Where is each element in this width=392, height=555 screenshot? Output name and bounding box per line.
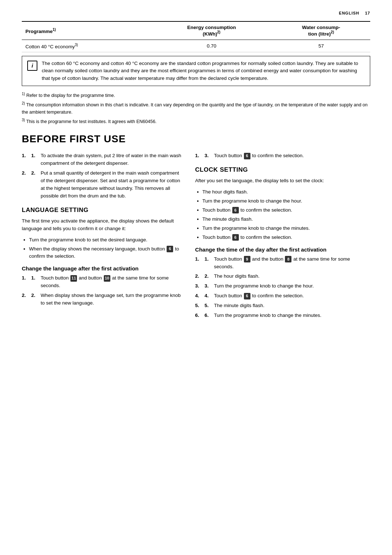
left-column: 1. To activate the drain system, put 2 l… — [22, 152, 182, 323]
button-badge-8: 8 — [285, 256, 291, 262]
list-item: Turn the programme knob to change the mi… — [203, 225, 370, 232]
step-number: 2. — [205, 273, 213, 280]
language-label: ENGLISH — [339, 11, 359, 15]
clock-setting-intro: After you set the language, the display … — [195, 177, 370, 185]
step-number: 1. — [205, 256, 213, 263]
col-water: Water consump-tion (litre)2) — [272, 21, 370, 40]
change-language-heading: Change the language after the first acti… — [22, 265, 182, 272]
step-number: 6. — [205, 312, 213, 319]
list-item: 2. The hour digits flash. — [195, 273, 370, 280]
change-time-steps: 1. Touch button 9 and the button 8 at th… — [195, 256, 370, 319]
button-badge-9: 9 — [244, 256, 250, 262]
main-steps-list: 1. To activate the drain system, put 2 l… — [22, 152, 182, 200]
button-badge-6: 6 — [167, 246, 173, 252]
button-badge-10: 10 — [104, 275, 110, 282]
list-item: The minute digits flash. — [203, 216, 370, 223]
list-item: 1. Touch button 11 and button 10 at the … — [22, 274, 182, 290]
info-text: The cotton 60 °C economy and cotton 40 °… — [42, 60, 365, 82]
list-item: Turn the programme knob to change the ho… — [203, 197, 370, 205]
clock-setting-heading: CLOCK SETTING — [195, 166, 370, 174]
step-text: Turn the programme knob to change the ho… — [214, 282, 314, 290]
list-item: 1. Touch button 9 and the button 8 at th… — [195, 256, 370, 271]
list-item: 2. When display shows the language set, … — [22, 292, 182, 307]
list-item: 4. Touch button 6 to confirm the selecti… — [195, 292, 370, 300]
button-badge-11: 11 — [70, 275, 77, 282]
col-programme: Programme1) — [22, 21, 151, 40]
step-text: Touch button 6 to confirm the selection. — [214, 292, 304, 300]
list-item: 3. Touch button 6 to confirm the selecti… — [195, 152, 370, 160]
language-setting-heading: LANGUAGE SETTING — [22, 207, 182, 214]
step-text: When display shows the language set, tur… — [41, 292, 182, 307]
list-item: 2. Put a small quantity of detergent in … — [22, 170, 182, 200]
button-badge-6: 6 — [232, 234, 239, 241]
step-number: 2. — [31, 292, 39, 299]
button-badge-6: 6 — [232, 207, 239, 213]
step-number: 4. — [205, 292, 213, 300]
footnote-1: 1) Refer to the display for the programm… — [22, 91, 370, 99]
step-text: The minute digits flash. — [214, 302, 265, 310]
change-language-steps: 1. Touch button 11 and button 10 at the … — [22, 274, 182, 307]
cell-programme: Cotton 40 °C economy3) — [22, 40, 151, 52]
list-item: Touch button 6 to confirm the selection. — [203, 234, 370, 241]
cell-water: 57 — [272, 40, 370, 52]
list-item: 5. The minute digits flash. — [195, 302, 370, 310]
list-item: When the display shows the necessary lan… — [29, 245, 182, 261]
step-text: Put a small quantity of detergent in the… — [41, 170, 182, 200]
section-heading: BEFORE FIRST USE — [22, 133, 370, 145]
cell-energy: 0.70 — [151, 40, 272, 52]
step-text: To activate the drain system, put 2 litr… — [41, 152, 182, 167]
page-header: ENGLISH 17 — [22, 11, 370, 15]
step-text: The hour digits flash. — [214, 273, 260, 280]
step-text: Turn the programme knob to change the mi… — [214, 312, 322, 319]
footnote-3: 3) This is the programme for test instit… — [22, 117, 370, 125]
step-number: 3. — [205, 152, 213, 160]
list-item: 6. Turn the programme knob to change the… — [195, 312, 370, 319]
list-item: The hour digits flash. — [203, 188, 370, 196]
list-item: Touch button 6 to confirm the selection. — [203, 207, 370, 214]
language-bullets: Turn the programme knob to set the desir… — [29, 236, 182, 261]
info-icon: i — [27, 61, 37, 71]
list-item: 3. Turn the programme knob to change the… — [195, 282, 370, 290]
step-text: Touch button 11 and button 10 at the sam… — [41, 274, 182, 290]
language-setting-intro: The first time you activate the applianc… — [22, 217, 182, 233]
right-main-steps: 3. Touch button 6 to confirm the selecti… — [195, 152, 370, 160]
page-number: 17 — [365, 11, 370, 15]
list-item: Turn the programme knob to set the desir… — [29, 236, 182, 244]
energy-table: Programme1) Energy consumption(KWh)2) Wa… — [22, 21, 370, 52]
clock-bullets: The hour digits flash. Turn the programm… — [203, 188, 370, 241]
footnotes: 1) Refer to the display for the programm… — [22, 91, 370, 125]
change-time-heading: Change the time of the day after the fir… — [195, 246, 370, 253]
table-row: Cotton 40 °C economy3) 0.70 57 — [22, 40, 370, 52]
footnote-2: 2) The consumption information shown in … — [22, 101, 370, 116]
step-number: 1. — [31, 274, 39, 282]
step-number: 3. — [205, 282, 213, 290]
col-energy: Energy consumption(KWh)2) — [151, 21, 272, 40]
step-text: Touch button 6 to confirm the selection. — [214, 152, 304, 160]
list-item: 1. To activate the drain system, put 2 l… — [22, 152, 182, 167]
step-number: 2. — [31, 170, 39, 177]
button-badge-6: 6 — [244, 293, 250, 299]
step-number: 5. — [205, 302, 213, 310]
right-column: 3. Touch button 6 to confirm the selecti… — [195, 152, 370, 323]
info-box: i The cotton 60 °C economy and cotton 40… — [22, 56, 370, 86]
two-col-layout: 1. To activate the drain system, put 2 l… — [22, 152, 370, 323]
step-text: Touch button 9 and the button 8 at the s… — [214, 256, 370, 271]
button-badge-6: 6 — [244, 153, 250, 159]
step-number: 1. — [31, 152, 39, 160]
